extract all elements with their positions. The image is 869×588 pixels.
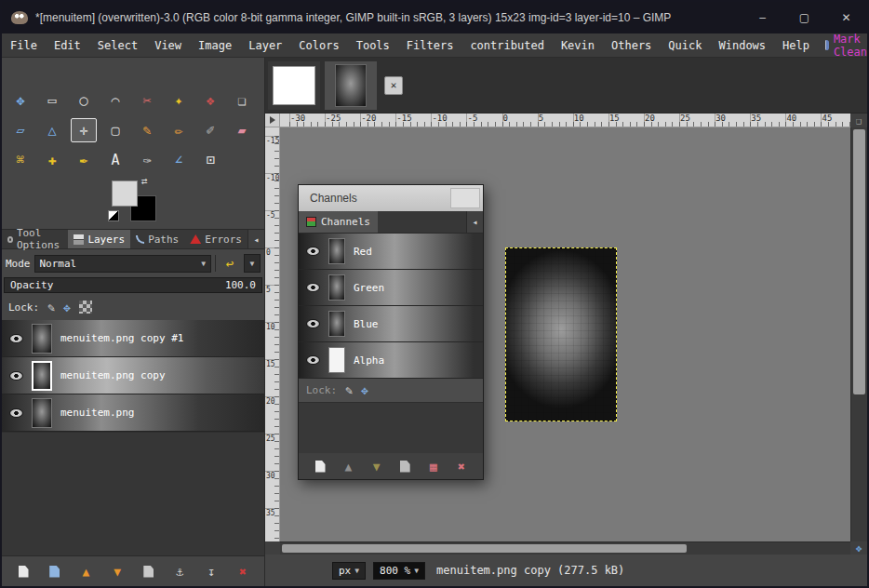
menu-image[interactable]: Image <box>190 39 240 52</box>
select-by-color-tool-button[interactable]: ❖ <box>197 88 223 113</box>
perspective-tool-button[interactable]: △ <box>39 118 65 142</box>
maximize-button[interactable]: ▢ <box>783 2 825 33</box>
channel-row[interactable]: Alpha <box>299 342 483 379</box>
color-picker-tool-button[interactable]: ✑ <box>134 148 160 172</box>
vertical-scrollbar[interactable] <box>850 127 867 541</box>
menu-help[interactable]: Help <box>774 39 818 52</box>
zoom-tool-button[interactable]: ⊡ <box>197 148 223 172</box>
duplicate-layer-button[interactable] <box>139 561 159 581</box>
visibility-eye-icon[interactable] <box>306 355 320 365</box>
delete-layer-button[interactable]: ✖ <box>233 561 253 581</box>
visibility-eye-icon[interactable] <box>306 319 320 328</box>
foreground-color-swatch[interactable] <box>112 180 138 207</box>
rectangle-select-tool-button[interactable]: ▭ <box>39 88 65 113</box>
lock-pixels-icon[interactable]: ✎ <box>345 383 353 397</box>
lock-position-icon[interactable]: ✥ <box>361 383 368 397</box>
menu-kevin[interactable]: Kevin <box>553 39 603 52</box>
horizontal-scrollbar-thumb[interactable] <box>282 544 687 553</box>
tab-channels[interactable]: Channels <box>299 211 378 233</box>
eraser-tool-button[interactable]: ▰ <box>229 118 255 142</box>
ruler-corner-button[interactable] <box>265 114 280 127</box>
tab-errors[interactable]: Errors <box>184 230 247 248</box>
tab-layers[interactable]: Layers <box>68 230 130 248</box>
visibility-eye-icon[interactable] <box>9 371 23 381</box>
measure-tool-button[interactable]: ∠ <box>166 148 192 172</box>
scissors-select-tool-button[interactable]: ✂ <box>134 88 160 113</box>
vertical-scrollbar-thumb[interactable] <box>853 129 865 394</box>
duplicate-channel-button[interactable] <box>394 456 415 476</box>
tab-tool-options[interactable]: Tool Options <box>2 230 68 248</box>
zoom-select[interactable]: 800 % ▼ <box>373 562 425 580</box>
text-tool-button[interactable]: A <box>102 148 128 172</box>
raise-layer-button[interactable]: ▲ <box>75 561 96 581</box>
image-tab-2[interactable] <box>325 61 377 110</box>
menu-filters[interactable]: Filters <box>398 39 462 52</box>
canvas-corner-button[interactable]: ❑ <box>850 114 867 127</box>
layer-row[interactable]: menuitem.png <box>2 394 264 432</box>
menu-select[interactable]: Select <box>89 39 146 52</box>
channel-row[interactable]: Red <box>299 234 483 270</box>
lock-position-icon[interactable]: ✥ <box>63 301 71 314</box>
lower-layer-button[interactable]: ▼ <box>107 561 127 581</box>
menu-others[interactable]: Others <box>603 39 660 52</box>
menu-windows[interactable]: Windows <box>710 39 774 52</box>
menu-tools[interactable]: Tools <box>348 39 398 52</box>
fuzzy-select-tool-button[interactable]: ✦ <box>166 88 192 113</box>
channel-row[interactable]: Blue <box>299 306 483 342</box>
visibility-eye-icon[interactable] <box>9 334 23 343</box>
canvas-image[interactable] <box>505 247 617 421</box>
visibility-eye-icon[interactable] <box>306 247 320 256</box>
menu-quick[interactable]: Quick <box>660 39 710 52</box>
channel-to-selection-button[interactable]: ▦ <box>423 456 444 476</box>
opacity-slider[interactable]: Opacity 100.0 <box>4 277 262 293</box>
minimize-button[interactable]: – <box>742 2 783 33</box>
mode-reset-button[interactable]: ↩ <box>220 254 240 273</box>
close-image-button[interactable]: ✕ <box>384 76 403 95</box>
tab-paths[interactable]: Paths <box>130 230 184 248</box>
heal-tool-button[interactable]: ✚ <box>39 148 65 172</box>
clone-tool-button[interactable]: ⌘ <box>7 148 33 172</box>
menu-edit[interactable]: Edit <box>46 39 89 52</box>
menu-layer[interactable]: Layer <box>240 39 290 52</box>
navigation-button[interactable]: ✥ <box>850 541 867 555</box>
visibility-eye-icon[interactable] <box>9 408 23 418</box>
raise-channel-button[interactable]: ▲ <box>338 456 358 476</box>
new-layer-button[interactable] <box>13 561 33 581</box>
default-colors-icon[interactable] <box>108 210 119 221</box>
dialog-close-button[interactable] <box>450 188 480 208</box>
new-group-button[interactable] <box>45 561 65 581</box>
crop-tool-button[interactable]: ▢ <box>102 118 128 142</box>
shear-tool-button[interactable]: ▱ <box>7 118 33 142</box>
channels-menu-button[interactable]: ◂ <box>466 211 483 233</box>
mode-select[interactable]: Normal ▼ <box>34 255 212 273</box>
menu-colors[interactable]: Colors <box>290 39 347 52</box>
layer-row[interactable]: menuitem.png copy <box>2 357 264 394</box>
merge-layer-button[interactable]: ↧ <box>201 561 221 581</box>
handle-transform-tool-button[interactable]: ✛ <box>71 118 97 142</box>
move-tool-button[interactable]: ✥ <box>7 88 33 113</box>
lower-channel-button[interactable]: ▼ <box>367 456 387 476</box>
menu-contributed[interactable]: contributed <box>461 39 552 52</box>
pencil-tool-button[interactable]: ✎ <box>134 118 160 142</box>
ellipse-select-tool-button[interactable]: ◯ <box>71 88 97 113</box>
anchor-layer-button[interactable]: ⚓ <box>170 561 191 581</box>
new-channel-button[interactable] <box>310 456 330 476</box>
paths-tool-button[interactable]: ✒ <box>71 148 97 172</box>
channels-dialog-titlebar[interactable]: Channels <box>299 185 483 211</box>
mode-group-select[interactable]: ▼ <box>244 254 261 273</box>
close-button[interactable]: ✕ <box>825 2 867 33</box>
airbrush-tool-button[interactable]: ✐ <box>197 118 223 142</box>
menu-file[interactable]: File <box>2 39 46 52</box>
menu-view[interactable]: View <box>146 39 190 52</box>
align-tool-button[interactable]: ❏ <box>229 88 255 113</box>
layer-row[interactable]: menuitem.png copy #1 <box>2 320 264 357</box>
visibility-eye-icon[interactable] <box>306 283 320 292</box>
paintbrush-tool-button[interactable]: ✏ <box>166 118 192 142</box>
unit-select[interactable]: px ▼ <box>332 562 366 580</box>
image-tab-1[interactable] <box>268 61 320 110</box>
menu-mark-clean[interactable]: Mark Clean <box>834 33 867 59</box>
lock-pixels-icon[interactable]: ✎ <box>47 301 55 314</box>
free-select-tool-button[interactable]: ⌒ <box>102 88 128 113</box>
swap-colors-icon[interactable]: ⇄ <box>141 175 148 187</box>
delete-channel-button[interactable]: ✖ <box>451 456 472 476</box>
